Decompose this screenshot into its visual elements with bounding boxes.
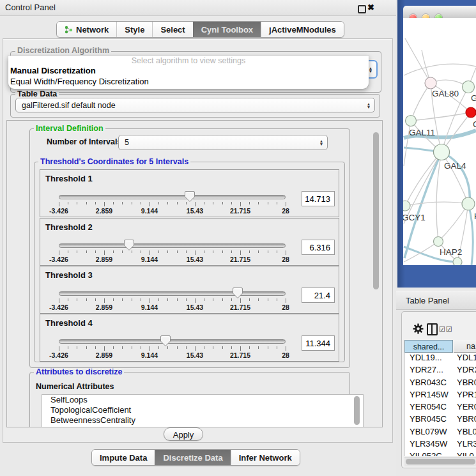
threshold-slider-thumb[interactable] <box>160 335 171 347</box>
network-node-label-GAL4: GAL4 <box>444 161 466 171</box>
slider-scale-label: 15.43 <box>176 207 214 215</box>
slider-tick <box>249 250 250 253</box>
slider-tick <box>204 346 204 349</box>
slider-scale-label: 21.715 <box>221 351 259 359</box>
tab-infer-network[interactable]: Infer Network <box>231 450 300 465</box>
horizontal-scrollbar-thumb[interactable] <box>406 459 475 464</box>
threshold-slider-track[interactable] <box>59 339 286 344</box>
threshold-value-field[interactable]: 6.316 <box>302 240 335 255</box>
network-node-GAL80[interactable] <box>425 77 436 89</box>
threshold-slider-thumb[interactable] <box>124 239 134 251</box>
attribute-item-topologicalcoefficient[interactable]: TopologicalCoefficient <box>42 405 363 415</box>
table-row[interactable]: YBR045CYBR0 <box>405 414 476 426</box>
network-node-red-node[interactable] <box>466 107 476 118</box>
select-columns-icon[interactable]: ☑☑ <box>439 325 453 334</box>
network-edge[interactable] <box>404 64 476 75</box>
threshold-value-field[interactable]: 14.713 <box>302 191 335 206</box>
table-row[interactable]: YBL079WYBL0 <box>405 427 476 439</box>
apply-button[interactable]: Apply <box>164 427 203 441</box>
table-row[interactable]: YLR345WYLR3 <box>405 439 476 451</box>
tab-impute-data[interactable]: Impute Data <box>92 450 155 465</box>
tab-network[interactable]: Network <box>57 22 116 37</box>
network-node-HAP2[interactable] <box>434 237 443 247</box>
slider-tick <box>286 250 286 255</box>
slider-tick <box>186 346 187 349</box>
table-header-row: shared... na <box>404 340 476 353</box>
slider-tick <box>150 298 150 303</box>
network-edge[interactable] <box>438 204 468 242</box>
table-row[interactable]: YDR27...YDR2 <box>405 365 476 377</box>
network-node-GA[interactable] <box>463 81 475 93</box>
column-header-shared-name[interactable]: shared... <box>404 340 453 353</box>
network-edge[interactable] <box>411 83 431 121</box>
cell-name: YBR0 <box>454 414 476 424</box>
slider-tick <box>86 346 87 349</box>
network-node-GCY1[interactable] <box>403 201 410 211</box>
slider-tick <box>231 346 232 349</box>
slider-tick <box>122 298 123 301</box>
network-node-partial[interactable] <box>453 257 462 265</box>
number-of-intervals-value: 5 <box>119 138 316 147</box>
table-data-combobox[interactable]: galFiltered.sif default node ▲▼ <box>15 98 375 112</box>
table-row[interactable]: YDL19...YDL1 <box>405 353 476 365</box>
close-icon[interactable]: ✖ <box>367 3 374 12</box>
network-node-GAL4[interactable] <box>434 144 450 160</box>
network-edge[interactable] <box>436 152 441 242</box>
threshold-value-field[interactable]: 21.4 <box>302 288 335 303</box>
numerical-attributes-list[interactable]: SelfLoopsTopologicalCoefficientBetweenne… <box>42 394 364 427</box>
threshold-slider-thumb[interactable] <box>185 190 195 203</box>
slider-tick <box>240 346 241 351</box>
tab-jactivemnodules[interactable]: jActiveMNodules <box>261 22 344 37</box>
tab-select[interactable]: Select <box>152 22 192 37</box>
table-row[interactable]: YIL052CYIL0 <box>405 451 476 456</box>
control-panel-titlebar[interactable]: Control Panel ✖ <box>0 0 396 16</box>
combobox-stepper-icon[interactable]: ▲▼ <box>363 102 374 109</box>
slider-scale-label: 9.144 <box>130 256 169 263</box>
column-layout-icon[interactable] <box>427 323 438 335</box>
network-edge[interactable] <box>411 112 471 121</box>
viewport-scrollbar[interactable] <box>373 132 379 289</box>
threshold-slider-thumb[interactable] <box>233 287 243 299</box>
combobox-stepper-icon[interactable]: ▲▼ <box>316 139 327 146</box>
number-of-intervals-label: Number of Intervals <box>47 137 121 146</box>
network-node-H[interactable] <box>462 197 475 210</box>
table-panel-titlebar[interactable]: Table Panel <box>396 291 476 310</box>
slider-tick <box>167 202 168 204</box>
number-of-intervals-combobox[interactable]: 5 ▲▼ <box>118 135 328 150</box>
tab-cyni-toolbox[interactable]: Cyni Toolbox <box>193 22 261 37</box>
dropdown-option-manual[interactable]: Manual Discretization <box>8 65 369 76</box>
attributes-list-scrollbar[interactable] <box>354 396 360 425</box>
dropdown-option-equal-width[interactable]: Equal Width/Frequency Discretization <box>8 76 369 87</box>
network-window-titlebar[interactable] <box>403 6 476 19</box>
slider-tick <box>286 298 286 303</box>
attributes-group-label: Attributes to discretize <box>34 368 124 376</box>
network-edge[interactable] <box>468 204 473 265</box>
network-edge[interactable] <box>441 152 470 204</box>
column-header-name[interactable]: na <box>454 340 476 353</box>
attribute-item-betweennesscentrality[interactable]: BetweennessCentrality <box>42 415 363 426</box>
tab-style[interactable]: Style <box>116 22 152 37</box>
tab-discretize-data[interactable]: Discretize Data <box>155 450 230 465</box>
network-edge[interactable] <box>405 38 431 83</box>
threshold-slider-track[interactable] <box>59 291 286 296</box>
slider-scale-label: 9.144 <box>130 207 169 215</box>
table-row[interactable]: YER054CYER0 <box>405 402 476 414</box>
table-row[interactable]: YBR043CYBR0 <box>405 378 476 390</box>
threshold-slider-track[interactable] <box>59 243 286 248</box>
gear-icon[interactable] <box>413 323 424 334</box>
float-window-icon[interactable] <box>358 5 366 13</box>
slider-tick <box>240 298 241 303</box>
network-canvas[interactable]: GAL80GACGAL11GAL4GCY1HHAP2 <box>403 18 476 265</box>
threshold-value-field[interactable]: 11.344 <box>302 335 335 351</box>
table-row[interactable]: YPR145WYPR1 <box>405 390 476 402</box>
thresholds-group-label: Threshold's Coordinates for 5 Intervals <box>38 158 190 166</box>
slider-tick <box>277 298 277 301</box>
slider-tick <box>122 202 123 204</box>
discretization-algorithm-label: Discretization Algorithm <box>15 47 111 55</box>
threshold-slider-track[interactable] <box>59 195 286 199</box>
slider-tick <box>113 346 114 349</box>
attribute-item-selfloops[interactable]: SelfLoops <box>42 395 363 405</box>
network-node-GAL11[interactable] <box>406 116 417 127</box>
slider-scale-label: 2.859 <box>85 351 123 359</box>
horizontal-scrollbar-track[interactable] <box>404 457 476 466</box>
